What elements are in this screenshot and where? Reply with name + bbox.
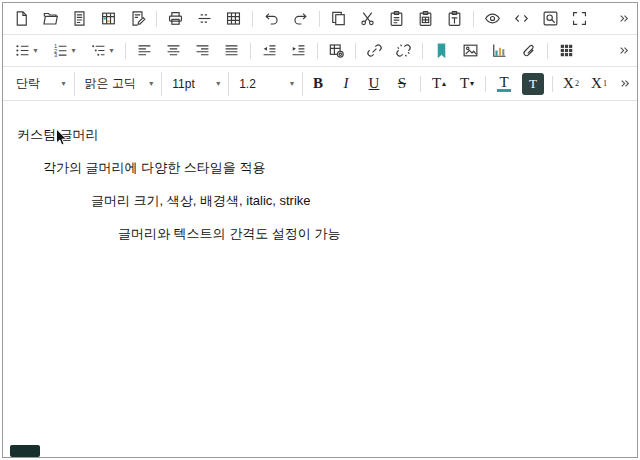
dropdown-caret-icon: ▾ — [71, 47, 75, 55]
text-color-button[interactable]: T — [491, 71, 517, 97]
toolbar-overflow-button[interactable] — [615, 6, 632, 32]
attachment-button[interactable] — [515, 38, 542, 64]
underline-button-glyph: U — [369, 75, 380, 92]
strikethrough-button[interactable]: S — [389, 71, 415, 97]
bold-button[interactable]: B — [305, 71, 331, 97]
dropdown-caret-icon: ▾ — [216, 80, 220, 88]
text-line[interactable]: 글머리 크기, 색상, 배경색, italic, strike — [11, 191, 629, 211]
underline-button[interactable]: U — [361, 71, 387, 97]
edit-document-icon — [129, 10, 146, 27]
strikethrough-button-glyph: S — [398, 75, 406, 92]
table-settings-icon — [328, 42, 345, 59]
new-document-button[interactable] — [8, 6, 35, 32]
indent-icon — [290, 42, 307, 59]
table-settings-button[interactable] — [323, 38, 350, 64]
subscript-button[interactable]: X1 — [586, 71, 612, 97]
redo-button[interactable] — [287, 6, 314, 32]
separator — [250, 43, 251, 59]
numbered-list-button[interactable]: ▾ — [46, 38, 82, 64]
toolbar-overflow-button[interactable] — [615, 38, 632, 64]
fullscreen-icon — [571, 10, 588, 27]
subscript-button-glyph: X — [591, 75, 602, 92]
text-line[interactable]: 각가의 글머리에 다양한 스타일을 적용 — [11, 158, 629, 178]
edit-document-button[interactable] — [124, 6, 151, 32]
document-button[interactable] — [66, 6, 93, 32]
status-chip — [10, 445, 40, 457]
code-view-button[interactable] — [508, 6, 535, 32]
text-line[interactable]: 글머리와 텍스트의 간격도 설정이 가능 — [11, 224, 629, 244]
editor-content[interactable]: 커스텀 글머리각가의 글머리에 다양한 스타일을 적용글머리 크기, 색상, 배… — [3, 101, 637, 457]
align-center-button[interactable] — [160, 38, 187, 64]
italic-button[interactable]: I — [333, 71, 359, 97]
spreadsheet-button[interactable] — [95, 6, 122, 32]
horizontal-rule-button[interactable] — [191, 6, 218, 32]
font-size-up-button[interactable]: T▴ — [426, 71, 452, 97]
open-folder-button[interactable] — [37, 6, 64, 32]
image-button[interactable] — [457, 38, 484, 64]
attachment-icon — [520, 42, 537, 59]
paragraph-select[interactable]: 단락▾ — [8, 72, 75, 96]
dropdown-caret-icon: ▾ — [62, 80, 66, 88]
outdent-button[interactable] — [256, 38, 283, 64]
toolbar-row-3: 단락▾맑은 고딕▾11pt▾1.2▾BIUST▴T▾TTX2X1 — [3, 67, 637, 101]
paste-text-button[interactable] — [441, 6, 468, 32]
print-icon — [167, 10, 184, 27]
toolbar-overflow-button[interactable] — [616, 71, 632, 97]
separator — [319, 11, 320, 27]
media-button[interactable] — [486, 38, 513, 64]
superscript-button[interactable]: X2 — [558, 71, 584, 97]
paste-table-button[interactable] — [412, 6, 439, 32]
unlink-button[interactable] — [390, 38, 417, 64]
align-justify-button[interactable] — [218, 38, 245, 64]
new-document-icon — [13, 10, 30, 27]
paste-button[interactable] — [383, 6, 410, 32]
code-view-icon — [513, 10, 530, 27]
text-line[interactable]: 커스텀 글머리 — [11, 125, 629, 145]
separator — [156, 11, 157, 27]
align-justify-icon — [223, 42, 240, 59]
copy-button[interactable] — [325, 6, 352, 32]
align-left-button[interactable] — [131, 38, 158, 64]
text-color-button-glyph: T — [497, 75, 510, 92]
font-select[interactable]: 맑은 고딕▾ — [77, 72, 163, 96]
link-button[interactable] — [361, 38, 388, 64]
indent-button[interactable] — [285, 38, 312, 64]
toolbar-row-2: ▾▾▾ — [3, 35, 637, 67]
line-height-select[interactable]: 1.2▾ — [231, 72, 303, 96]
copy-icon — [330, 10, 347, 27]
background-color-button[interactable]: T — [522, 73, 544, 95]
dropdown-caret-icon: ▾ — [149, 80, 153, 88]
separator — [473, 11, 474, 27]
cut-button[interactable] — [354, 6, 381, 32]
paste-text-icon — [446, 10, 463, 27]
multilevel-list-button[interactable]: ▾ — [84, 38, 120, 64]
align-left-icon — [136, 42, 153, 59]
table-grid-icon — [558, 42, 575, 59]
open-folder-icon — [42, 10, 59, 27]
font-size-down-button[interactable]: T▾ — [454, 71, 480, 97]
separator — [485, 76, 486, 92]
subscript-button-modifier: 1 — [603, 79, 607, 88]
print-button[interactable] — [162, 6, 189, 32]
search-button[interactable] — [537, 6, 564, 32]
superscript-button-glyph: X — [563, 75, 574, 92]
media-icon — [491, 42, 508, 59]
paragraph-select-value: 단락 — [16, 75, 40, 92]
table-grid-button[interactable] — [553, 38, 580, 64]
font-size-select[interactable]: 11pt▾ — [164, 72, 229, 96]
undo-button[interactable] — [258, 6, 285, 32]
separator — [252, 11, 253, 27]
bullet-list-button[interactable]: ▾ — [8, 38, 44, 64]
link-icon — [366, 42, 383, 59]
align-right-button[interactable] — [189, 38, 216, 64]
fullscreen-button[interactable] — [566, 6, 593, 32]
preview-button[interactable] — [479, 6, 506, 32]
table-button[interactable] — [220, 6, 247, 32]
preview-icon — [484, 10, 501, 27]
bookmark-button[interactable] — [428, 38, 455, 64]
bold-button-glyph: B — [313, 75, 323, 92]
search-icon — [542, 10, 559, 27]
cut-icon — [359, 10, 376, 27]
superscript-button-modifier: 2 — [575, 79, 579, 88]
dropdown-caret-icon: ▾ — [33, 47, 37, 55]
